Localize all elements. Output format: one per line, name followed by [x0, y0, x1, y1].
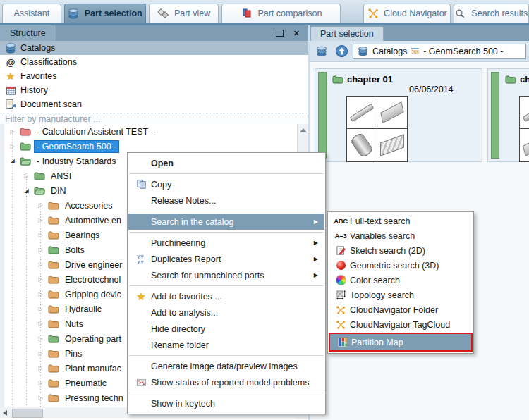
- tab-structure[interactable]: Structure: [0, 25, 56, 41]
- menu-item-copy[interactable]: Copy: [128, 176, 324, 192]
- tree-item-geomsearch-500[interactable]: ▷ - GeomSearch 500 -: [0, 139, 297, 154]
- copy-icon: [131, 179, 151, 190]
- part-thumbnail[interactable]: [377, 129, 408, 161]
- submenu-item-partition-map[interactable]: Partition Map: [330, 334, 471, 350]
- catalog-icon: [358, 46, 368, 57]
- submenu-item-sketch-search[interactable]: Sketch search (2D): [329, 243, 473, 258]
- tab-part-selection-panel[interactable]: Part selection: [310, 26, 384, 41]
- menu-item-rename-folder[interactable]: Rename folder: [128, 337, 324, 353]
- tab-part-comparison[interactable]: Part comparison: [221, 4, 341, 23]
- part-thumbnail[interactable]: [347, 97, 377, 129]
- tab-search-results[interactable]: Search results: [454, 4, 529, 23]
- expander-collapsed-icon[interactable]: ▷: [37, 321, 44, 327]
- scroll-left-icon[interactable]: [3, 410, 7, 416]
- part-thumbnail[interactable]: [520, 97, 529, 129]
- submenu-item-cloudnavigator-tagcloud[interactable]: CloudNavigator TagCloud: [329, 317, 473, 332]
- submenu-item-fulltext-search[interactable]: ABC Full-text search: [329, 214, 473, 228]
- chapter-card[interactable]: chapt: [487, 68, 529, 162]
- breadcrumb[interactable]: Catalogs 500 - GeomSearch 500 -: [353, 44, 526, 59]
- expander-collapsed-icon[interactable]: ▷: [37, 306, 44, 312]
- expander-collapsed-icon[interactable]: ▷: [37, 276, 44, 283]
- list-item-classifications[interactable]: @ Classifications: [0, 55, 308, 69]
- tree-item-calculation-assistent[interactable]: ▷ - Calculation Assistent TEST -: [0, 124, 297, 139]
- tab-part-view[interactable]: Part view: [149, 4, 219, 23]
- expander-collapsed-icon[interactable]: ▷: [37, 335, 44, 342]
- navigate-up-button[interactable]: [333, 43, 350, 60]
- part-view-icon: [157, 8, 169, 20]
- part-thumbnail[interactable]: [377, 97, 408, 129]
- expander-collapsed-icon[interactable]: ▷: [37, 350, 44, 357]
- close-icon[interactable]: ✕: [293, 30, 300, 37]
- menu-item-show-keytech[interactable]: Show in keytech: [128, 395, 324, 412]
- submenu-item-geometric-search[interactable]: Geometric search (3D): [329, 258, 473, 273]
- expander-expanded-icon[interactable]: ◢: [23, 187, 30, 194]
- list-item-history[interactable]: History: [0, 83, 308, 97]
- menu-item-duplicates-report[interactable]: YY YY Duplicates Report ▶: [128, 251, 324, 267]
- tab-part-selection[interactable]: Part selection: [64, 4, 146, 23]
- expander-collapsed-icon[interactable]: ▷: [37, 291, 44, 297]
- folder-tan-icon: [48, 319, 59, 328]
- breadcrumb-root[interactable]: Catalogs: [372, 47, 407, 56]
- partition-map-icon: [333, 337, 351, 347]
- chapter-card[interactable]: chapter 01 06/06/2014: [315, 68, 482, 162]
- part-thumbnail[interactable]: [347, 129, 377, 161]
- expander-collapsed-icon[interactable]: ▷: [37, 247, 44, 253]
- folder-tan-icon: [48, 216, 59, 225]
- scrollbar-thumb[interactable]: [12, 409, 43, 418]
- menu-item-add-favorites[interactable]: ★ Add to favorites ...: [128, 288, 324, 304]
- catalogs-home-button[interactable]: [313, 43, 330, 60]
- float-window-icon[interactable]: [276, 30, 284, 37]
- tab-assistant[interactable]: Assistant: [2, 4, 61, 23]
- expander-collapsed-icon[interactable]: ▷: [37, 261, 44, 268]
- context-menu: Open Copy Release Notes... Search in the…: [127, 152, 326, 414]
- menu-item-release-notes[interactable]: Release Notes...: [128, 192, 324, 209]
- menu-item-generate-images[interactable]: Generate image data/preview images: [128, 358, 324, 374]
- variables-a3-icon: A=3: [332, 232, 350, 240]
- menu-item-search-in-catalog[interactable]: Search in the catalog ▶: [128, 214, 324, 230]
- submenu-item-color-search[interactable]: Color search: [329, 273, 473, 288]
- folder-tan-icon: [48, 290, 59, 299]
- menu-item-search-unmachined[interactable]: Search for unmachined parts ▶: [128, 267, 324, 283]
- search-submenu: ABC Full-text search A=3 Variables searc…: [327, 211, 474, 354]
- menu-item-model-problems-status[interactable]: Show status of reported model problems: [128, 374, 324, 390]
- menu-item-add-analysis[interactable]: Add to analysis...: [128, 304, 324, 321]
- history-calendar-icon: [5, 85, 16, 96]
- submenu-item-cloudnavigator-folder[interactable]: CloudNavigator Folder: [329, 302, 473, 317]
- menu-item-hide-directory[interactable]: Hide directory: [128, 321, 324, 337]
- tab-cloud-navigator[interactable]: Cloud Navigator: [363, 4, 450, 23]
- folder-green-icon: [48, 245, 59, 254]
- scroll-up-icon[interactable]: [300, 128, 307, 132]
- expander-collapsed-icon[interactable]: ▷: [37, 202, 44, 209]
- filter-by-manufacturer[interactable]: Filter by manufacturer ...: [0, 113, 308, 124]
- part-thumbnail-grid[interactable]: [346, 96, 408, 162]
- expander-collapsed-icon[interactable]: ▷: [37, 232, 44, 238]
- expander-collapsed-icon[interactable]: ▷: [37, 365, 44, 371]
- submenu-arrow-icon: ▶: [314, 218, 321, 225]
- breadcrumb-current[interactable]: - GeomSearch 500 -: [423, 47, 503, 56]
- folder-green-icon: [332, 75, 343, 84]
- expander-collapsed-icon[interactable]: ▷: [37, 395, 44, 401]
- cloud-network-icon: [367, 8, 379, 20]
- submenu-item-topology-search[interactable]: Topology search: [329, 288, 473, 302]
- expander-collapsed-icon[interactable]: ▷: [37, 380, 44, 386]
- expander-collapsed-icon[interactable]: ▷: [23, 173, 30, 179]
- part-thumbnail[interactable]: [520, 129, 529, 161]
- expander-expanded-icon[interactable]: ◢: [8, 158, 16, 164]
- folder-tan-icon: [48, 349, 59, 358]
- submenu-item-variables-search[interactable]: A=3 Variables search: [329, 228, 473, 243]
- expander-collapsed-icon[interactable]: ▷: [37, 217, 44, 223]
- list-item-document-scan[interactable]: Document scan: [0, 97, 308, 111]
- folder-tan-icon: [48, 378, 59, 388]
- menu-separator: [129, 355, 324, 356]
- folder-tan-icon: [48, 230, 59, 240]
- menu-item-purchineering[interactable]: Purchineering ▶: [128, 235, 324, 251]
- expander-collapsed-icon[interactable]: ▷: [8, 128, 16, 135]
- submenu-arrow-icon: ▶: [314, 272, 321, 278]
- list-item-catalogs[interactable]: Catalogs: [0, 41, 308, 55]
- folder-green-icon: [48, 334, 59, 343]
- list-item-favorites[interactable]: ★ Favorites: [0, 69, 308, 83]
- color-wheel-icon: [332, 275, 350, 285]
- menu-item-open[interactable]: Open: [128, 155, 324, 171]
- expander-collapsed-icon[interactable]: ▷: [8, 143, 16, 149]
- part-thumbnail-grid[interactable]: [519, 96, 529, 162]
